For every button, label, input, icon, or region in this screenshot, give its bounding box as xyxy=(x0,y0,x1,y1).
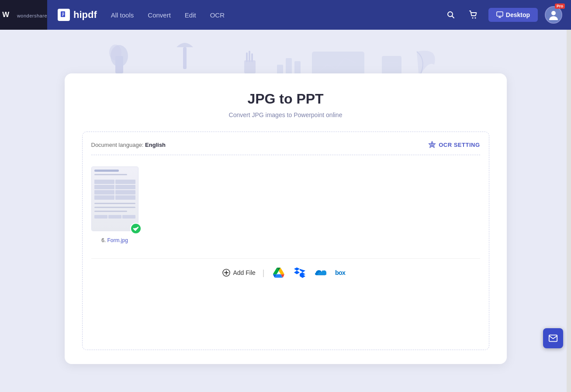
svg-text:box: box xyxy=(335,269,346,276)
nav-edit[interactable]: Edit xyxy=(185,11,196,19)
ocr-setting-label: OCR SETTING xyxy=(439,142,480,148)
search-button[interactable] xyxy=(443,7,459,23)
svg-rect-17 xyxy=(183,47,187,69)
main-card: JPG to PPT Convert JPG images to Powerpo… xyxy=(65,73,507,364)
svg-marker-31 xyxy=(429,142,435,148)
hipdf-logo-icon xyxy=(58,9,70,21)
separator: | xyxy=(263,268,265,278)
cart-button[interactable] xyxy=(466,7,481,23)
nav-ocr[interactable]: OCR xyxy=(210,11,225,19)
wondershare-text: wondershare xyxy=(17,13,47,18)
svg-text:W: W xyxy=(2,10,9,19)
wondershare-logo-block: W wondershare xyxy=(0,0,47,30)
file-thumb-placeholder xyxy=(92,167,138,231)
desktop-btn-label: Desktop xyxy=(506,11,530,18)
file-label: 6. Form.jpg xyxy=(101,237,128,243)
svg-point-12 xyxy=(551,11,556,15)
svg-rect-2 xyxy=(62,13,64,14)
desktop-button[interactable]: Desktop xyxy=(488,8,538,22)
cart-icon xyxy=(469,10,478,20)
search-icon xyxy=(446,10,455,19)
hipdf-icon-inner xyxy=(60,11,68,19)
desktop-icon xyxy=(496,11,503,18)
svg-point-8 xyxy=(474,17,476,19)
ocr-setting-icon xyxy=(428,141,436,149)
file-thumbnail-wrapper[interactable] xyxy=(91,167,138,231)
mail-fab[interactable] xyxy=(543,328,563,348)
file-name-link[interactable]: Form.jpg xyxy=(107,237,128,243)
file-index: 6. xyxy=(101,237,107,243)
svg-rect-21 xyxy=(251,53,253,62)
upload-toolbar: Document language: English OCR SETTING xyxy=(91,141,480,155)
user-avatar[interactable]: Pro xyxy=(545,6,562,24)
hipdf-brand[interactable]: hipdf xyxy=(47,9,107,21)
svg-point-32 xyxy=(431,144,433,146)
svg-point-16 xyxy=(109,45,121,60)
onedrive-icon xyxy=(315,267,326,278)
svg-rect-20 xyxy=(249,51,250,62)
box-icon: box xyxy=(335,269,348,277)
navbar-actions: Desktop Pro xyxy=(443,6,571,24)
box-button[interactable]: box xyxy=(335,266,349,280)
onedrive-button[interactable] xyxy=(314,266,328,280)
upload-area: Document language: English OCR SETTING xyxy=(82,132,489,350)
avatar-icon xyxy=(547,9,560,21)
dropbox-button[interactable] xyxy=(293,266,307,280)
google-drive-icon xyxy=(273,267,284,278)
hipdf-brand-text: hipdf xyxy=(73,9,97,21)
nav-convert[interactable]: Convert xyxy=(148,11,171,19)
pro-badge: Pro xyxy=(555,3,565,9)
add-file-label: Add File xyxy=(233,269,255,276)
checkmark-icon xyxy=(133,225,139,232)
svg-point-7 xyxy=(472,17,473,19)
files-grid: 6. Form.jpg xyxy=(91,162,480,248)
avatar-circle xyxy=(545,6,562,24)
main-nav: All tools Convert Edit OCR xyxy=(107,11,443,19)
file-check-badge xyxy=(130,223,142,234)
navbar: W wondershare hipdf All tools Convert Ed… xyxy=(0,0,571,30)
doc-language-value: English xyxy=(145,142,166,148)
svg-rect-19 xyxy=(246,52,248,62)
svg-rect-9 xyxy=(497,12,503,16)
upload-bottom-bar: Add File | xyxy=(91,258,480,280)
page-subtitle: Convert JPG images to Powerpoint online xyxy=(82,111,489,118)
ocr-setting-button[interactable]: OCR SETTING xyxy=(428,141,480,149)
add-file-button[interactable]: Add File xyxy=(222,269,255,277)
nav-all-tools[interactable]: All tools xyxy=(111,11,134,19)
svg-rect-4 xyxy=(62,15,63,16)
main-content: JPG to PPT Convert JPG images to Powerpo… xyxy=(54,73,517,364)
doc-language-label: Document language: xyxy=(91,142,144,148)
svg-line-6 xyxy=(452,16,454,18)
scrollbar-track[interactable] xyxy=(567,0,571,392)
file-thumbnail-inner xyxy=(92,167,138,231)
add-file-icon xyxy=(222,269,230,277)
dropbox-icon xyxy=(294,267,305,278)
svg-rect-3 xyxy=(62,14,64,15)
page-title: JPG to PPT xyxy=(82,91,489,107)
wondershare-logo-icon: W xyxy=(0,6,17,24)
mail-icon xyxy=(548,333,558,343)
file-item: 6. Form.jpg xyxy=(91,167,138,243)
google-drive-button[interactable] xyxy=(272,266,286,280)
svg-rect-18 xyxy=(244,60,256,73)
doc-language: Document language: English xyxy=(91,142,166,148)
